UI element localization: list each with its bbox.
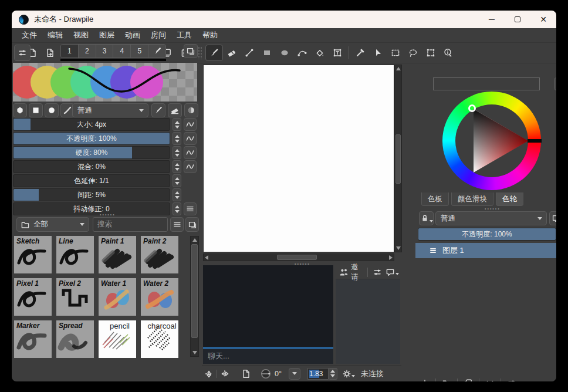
delete-layer-button[interactable]: [552, 376, 556, 381]
preset-dock-float-button[interactable]: [185, 217, 199, 232]
hue-marker[interactable]: [468, 104, 476, 112]
spinner[interactable]: [173, 188, 181, 201]
props-layer-button[interactable]: [505, 376, 519, 381]
brush-preset-Pixel 2[interactable]: Pixel 2: [56, 278, 94, 316]
toolbar-grip[interactable]: [198, 46, 202, 59]
eraser-slash-button[interactable]: [168, 103, 182, 117]
circle-shape-button[interactable]: [45, 103, 59, 117]
eraser-tool-button[interactable]: [223, 45, 241, 61]
fill-tool-button[interactable]: [311, 45, 329, 61]
slider[interactable]: 不透明度: 100%: [13, 132, 170, 145]
square-shape-button[interactable]: [29, 103, 43, 117]
duplicate-layer-button[interactable]: [461, 376, 475, 381]
slider[interactable]: 大小: 4px: [13, 118, 170, 131]
minimize-button[interactable]: ─: [479, 11, 505, 28]
lasso-select-tool-button[interactable]: [404, 45, 422, 61]
open-file-tool-button[interactable]: [41, 45, 59, 61]
chat-input[interactable]: 聊天...: [203, 349, 333, 364]
brush-slot-5[interactable]: 5: [131, 45, 148, 58]
color-hex-input[interactable]: [433, 77, 540, 90]
curve-tool-button[interactable]: [293, 45, 311, 61]
brush-preset-Paint 1[interactable]: Paint 1: [99, 236, 136, 273]
canvas-hscrollbar-thumb[interactable]: [277, 255, 317, 260]
brush-preset-Water 2[interactable]: Water 2: [141, 278, 178, 316]
brush-slot-2[interactable]: 2: [79, 45, 96, 58]
selection-arrow-tool-button[interactable]: [369, 45, 387, 61]
layer-blend-mode-dropdown[interactable]: 普通: [435, 211, 547, 225]
brush-dock-float-button[interactable]: [184, 44, 198, 58]
spinner[interactable]: [173, 160, 181, 173]
preset-search-input[interactable]: 搜索: [93, 217, 168, 232]
transform-select-tool-button[interactable]: [422, 45, 439, 61]
zoom-options-button[interactable]: [342, 369, 355, 379]
chat-options-button[interactable]: [384, 266, 400, 278]
menu-item-视图[interactable]: 视图: [68, 29, 94, 42]
ellipse-tool-button[interactable]: [276, 45, 293, 61]
spinner[interactable]: [173, 174, 181, 187]
brush-blend-mode-dropdown[interactable]: 普通: [72, 103, 148, 117]
layer-opacity-slider[interactable]: 不透明度: 100%: [418, 228, 556, 241]
rect-select-tool-button[interactable]: [387, 45, 404, 61]
zoom-input[interactable]: 1.83: [307, 368, 329, 380]
stabilizer-menu-button[interactable]: [184, 202, 197, 215]
pen-button[interactable]: [151, 103, 165, 117]
menu-item-动画[interactable]: 动画: [120, 29, 146, 42]
input-curve-button[interactable]: [184, 118, 197, 131]
flip-vertical-button[interactable]: [202, 369, 215, 379]
color-tab-色轮[interactable]: 色轮: [496, 192, 523, 206]
scroll-down-arrow[interactable]: [191, 349, 198, 356]
brush-preset-Water 1[interactable]: Water 1: [99, 278, 136, 316]
canvas-vscrollbar-thumb[interactable]: [395, 134, 401, 184]
layer-row[interactable]: 图层 1: [415, 243, 556, 258]
menu-item-编辑[interactable]: 编辑: [42, 29, 68, 42]
eraser-slot[interactable]: [148, 45, 165, 58]
chat-log[interactable]: [203, 265, 333, 347]
scroll-left-arrow[interactable]: [205, 255, 208, 260]
menu-item-帮助[interactable]: 帮助: [197, 29, 223, 42]
slider[interactable]: 抖动修正: 0: [13, 202, 170, 215]
rotation-dial[interactable]: [261, 369, 271, 379]
alpha-circle-button[interactable]: [184, 103, 198, 117]
brush-preset-charcoal[interactable]: charcoal: [141, 320, 178, 358]
blob-shape-button[interactable]: [13, 103, 27, 117]
brush-preset-Marker[interactable]: Marker: [14, 320, 52, 358]
menu-item-图层[interactable]: 图层: [94, 29, 120, 42]
scroll-right-arrow[interactable]: [389, 255, 393, 260]
reference-page-button[interactable]: [239, 369, 252, 379]
canvas[interactable]: [203, 65, 394, 252]
input-curve-button[interactable]: [184, 132, 197, 145]
brush-preset-Line[interactable]: Line: [56, 236, 94, 273]
menu-item-文件[interactable]: 文件: [16, 29, 42, 42]
brush-settings-button[interactable]: [14, 45, 31, 61]
close-button[interactable]: ✕: [530, 11, 556, 28]
scroll-up-arrow[interactable]: [191, 236, 198, 244]
canvas-hscrollbar[interactable]: [203, 254, 394, 261]
slider[interactable]: 色延伸: 1/1: [13, 174, 170, 187]
scroll-down-arrow[interactable]: [395, 245, 401, 252]
layer-lock-button[interactable]: [419, 211, 434, 225]
splitter-handle[interactable]: ••••••: [485, 207, 501, 211]
preset-category-dropdown[interactable]: 全部: [16, 217, 89, 232]
color-wheel[interactable]: [442, 92, 541, 190]
brush-slot-1[interactable]: 1: [61, 45, 79, 58]
slider[interactable]: 硬度: 80%: [13, 146, 170, 159]
brush-slot-3[interactable]: 3: [96, 45, 114, 58]
spinner[interactable]: [173, 132, 181, 145]
mirror-button[interactable]: [218, 369, 231, 379]
input-curve-button[interactable]: [184, 160, 197, 173]
rectangle-tool-button[interactable]: [258, 45, 276, 61]
slider[interactable]: 混合: 0%: [13, 160, 170, 173]
zoom-spinner[interactable]: [329, 368, 337, 380]
layer-dock-float-button[interactable]: [549, 211, 556, 225]
slider[interactable]: 间距: 5%: [13, 188, 170, 201]
session-settings-button[interactable]: [371, 266, 383, 278]
input-curve-button[interactable]: [184, 146, 197, 159]
color-tab-颜色滑块[interactable]: 颜色滑块: [451, 192, 493, 206]
preset-scrollbar[interactable]: [190, 236, 199, 357]
color-tab-色板[interactable]: 色板: [421, 192, 449, 206]
menu-item-房间[interactable]: 房间: [146, 29, 171, 42]
merge-down-layer-button[interactable]: [483, 376, 497, 381]
maximize-button[interactable]: [505, 11, 530, 28]
brush-preset-Sketch[interactable]: Sketch: [14, 236, 52, 273]
brush-preset-Pixel 1[interactable]: Pixel 1: [14, 278, 52, 316]
